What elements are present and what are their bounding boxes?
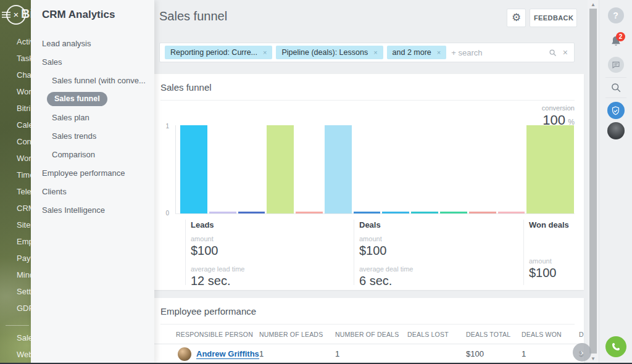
y-axis-line bbox=[175, 125, 176, 214]
person-link[interactable]: Andrew Griffiths bbox=[196, 349, 259, 359]
funnel-bar-9[interactable] bbox=[440, 212, 467, 213]
chip-remove-icon[interactable]: × bbox=[437, 49, 441, 56]
stat-name: Leads bbox=[191, 220, 354, 230]
stat-row-average-lead-time: average lead time12 sec. bbox=[191, 265, 354, 288]
close-panel-button[interactable]: × bbox=[6, 5, 26, 25]
user-avatar[interactable] bbox=[607, 122, 625, 139]
filter-chips: Reporting period: Curre...×Pipeline (dea… bbox=[165, 46, 446, 59]
stat-label: amount bbox=[359, 235, 523, 242]
funnel-bar-11[interactable] bbox=[498, 212, 525, 213]
column-header-number-of-deals: NUMBER OF DEALS bbox=[335, 331, 407, 338]
help-icon[interactable]: ? bbox=[608, 7, 624, 23]
conversion-label: conversion bbox=[542, 104, 575, 112]
responsible-person-cell: Andrew Griffiths bbox=[178, 347, 259, 361]
funnel-bar-10[interactable] bbox=[469, 212, 496, 213]
sales-funnel-card: Sales funnel conversion 100 % 1 0 Leadsa… bbox=[151, 74, 584, 290]
global-search-icon[interactable] bbox=[610, 81, 622, 94]
divider bbox=[605, 77, 626, 78]
funnel-chart: 1 0 bbox=[160, 125, 575, 215]
menu-item-employee-performance[interactable]: Employee performance bbox=[31, 163, 154, 182]
menu-item-sales-funnel[interactable]: Sales funnel bbox=[31, 89, 154, 108]
menu-item-comparison[interactable]: Comparison bbox=[31, 145, 154, 163]
chip-remove-icon[interactable]: × bbox=[373, 49, 377, 56]
funnel-bars bbox=[180, 125, 574, 213]
stat-deals: Dealsamount$100average deal time6 sec. bbox=[354, 220, 523, 285]
stat-value: 6 sec. bbox=[359, 274, 523, 288]
filter-chip-reporting-period-curre[interactable]: Reporting period: Curre...× bbox=[165, 46, 272, 59]
security-shield-icon[interactable] bbox=[607, 102, 625, 119]
column-header-responsible-person: RESPONSIBLE PERSON bbox=[176, 331, 259, 338]
menu-item-label: Sales funnel (with conve... bbox=[52, 76, 146, 85]
bitrix-left-rail: Bit × ActivTaskChatWorkBitriCaleContWork… bbox=[0, 0, 31, 364]
menu-item-clients[interactable]: Clients bbox=[31, 182, 154, 201]
left-rail-divider bbox=[6, 325, 29, 326]
table-header-row: RESPONSIBLE PERSONNUMBER OF LEADSNUMBER … bbox=[151, 325, 584, 344]
menu-item-label: Comparison bbox=[52, 150, 95, 159]
menu-item-sales-funnel-with-conve[interactable]: Sales funnel (with conve... bbox=[31, 71, 154, 89]
y-axis-tick-0: 0 bbox=[162, 210, 169, 217]
stat-label: amount bbox=[191, 235, 354, 242]
column-header-deals-won: DEALS WON bbox=[522, 331, 579, 338]
conversion-block: conversion 100 % bbox=[542, 104, 575, 128]
search-input[interactable] bbox=[450, 48, 544, 58]
funnel-bar-2[interactable] bbox=[238, 212, 265, 213]
filter-chip-and-2-more[interactable]: and 2 more× bbox=[387, 46, 447, 59]
menu-item-label: Employee performance bbox=[42, 168, 125, 178]
stat-label: average deal time bbox=[359, 265, 523, 273]
funnel-bar-7[interactable] bbox=[382, 212, 409, 213]
menu-item-sales-intelligence[interactable]: Sales Intelligence bbox=[31, 201, 154, 219]
column-header-number-of-leads: NUMBER OF LEADS bbox=[259, 331, 335, 338]
funnel-stats: Leadsamount$100average lead time12 sec.D… bbox=[185, 220, 575, 285]
table-cell-4: 1 bbox=[522, 349, 579, 358]
stat-name: Won deals bbox=[529, 220, 575, 230]
table-cell-0: 1 bbox=[259, 349, 335, 358]
scrollbar-up-icon[interactable]: ▲ bbox=[588, 2, 599, 7]
page-title: Sales funnel bbox=[159, 9, 227, 23]
funnel-bar-8[interactable] bbox=[411, 212, 438, 213]
table-cell-3: $100 bbox=[466, 349, 522, 358]
stat-value: $100 bbox=[529, 266, 575, 280]
filter-search-icon[interactable] bbox=[548, 48, 557, 57]
funnel-bar-1[interactable] bbox=[209, 212, 236, 213]
analytics-menu: Lead analysisSalesSales funnel (with con… bbox=[31, 34, 154, 219]
feedback-button[interactable]: FEEDBACK bbox=[530, 9, 577, 27]
funnel-bar-5[interactable] bbox=[325, 125, 352, 213]
filter-bar[interactable]: Reporting period: Curre...×Pipeline (dea… bbox=[159, 43, 575, 62]
menu-item-sales-plan[interactable]: Sales plan bbox=[31, 108, 154, 126]
filter-clear-icon[interactable]: × bbox=[563, 48, 568, 57]
menu-item-label: Sales trends bbox=[52, 131, 96, 141]
funnel-card-title: Sales funnel bbox=[160, 82, 212, 93]
menu-item-label: Lead analysis bbox=[42, 39, 91, 48]
funnel-bar-3[interactable] bbox=[267, 125, 294, 213]
telephony-phone-button[interactable] bbox=[605, 336, 626, 357]
table-cell-1: 1 bbox=[335, 349, 407, 358]
funnel-bar-4[interactable] bbox=[296, 212, 323, 213]
menu-item-label: Sales funnel bbox=[47, 92, 107, 106]
menu-item-lead-analysis[interactable]: Lead analysis bbox=[31, 34, 154, 52]
chip-label: and 2 more bbox=[393, 48, 431, 57]
settings-gear-button[interactable]: ⚙ bbox=[507, 9, 526, 27]
panel-title: CRM Analytics bbox=[42, 9, 115, 21]
x-axis-line bbox=[175, 213, 575, 214]
menu-item-sales[interactable]: Sales bbox=[31, 52, 154, 71]
menu-item-label: Sales bbox=[42, 57, 62, 67]
chip-remove-icon[interactable]: × bbox=[263, 49, 267, 56]
table-scroll-right-button[interactable]: › bbox=[573, 343, 591, 362]
stat-row-amount: amount$100 bbox=[191, 235, 354, 258]
funnel-bar-12[interactable] bbox=[526, 125, 574, 213]
chat-icon[interactable] bbox=[608, 57, 624, 73]
filter-chip-pipeline-deals-lessons[interactable]: Pipeline (deals): Lessons× bbox=[276, 46, 383, 59]
chip-label: Pipeline (deals): Lessons bbox=[281, 48, 368, 57]
stat-won-deals: Won dealsamount$100 bbox=[523, 220, 575, 285]
stat-value: 12 sec. bbox=[191, 274, 354, 288]
divider bbox=[160, 100, 575, 101]
scrollbar-thumb[interactable] bbox=[589, 9, 597, 354]
menu-item-sales-trends[interactable]: Sales trends bbox=[31, 126, 154, 145]
page-scrollbar[interactable]: ▲ ▼ bbox=[588, 0, 599, 363]
funnel-bar-6[interactable] bbox=[354, 212, 381, 213]
stat-label: amount bbox=[529, 257, 575, 265]
chip-label: Reporting period: Curre... bbox=[170, 48, 257, 57]
funnel-bar-0[interactable] bbox=[180, 125, 207, 213]
menu-item-label: Sales Intelligence bbox=[42, 205, 105, 215]
employee-card-title: Employee performance bbox=[160, 306, 256, 316]
